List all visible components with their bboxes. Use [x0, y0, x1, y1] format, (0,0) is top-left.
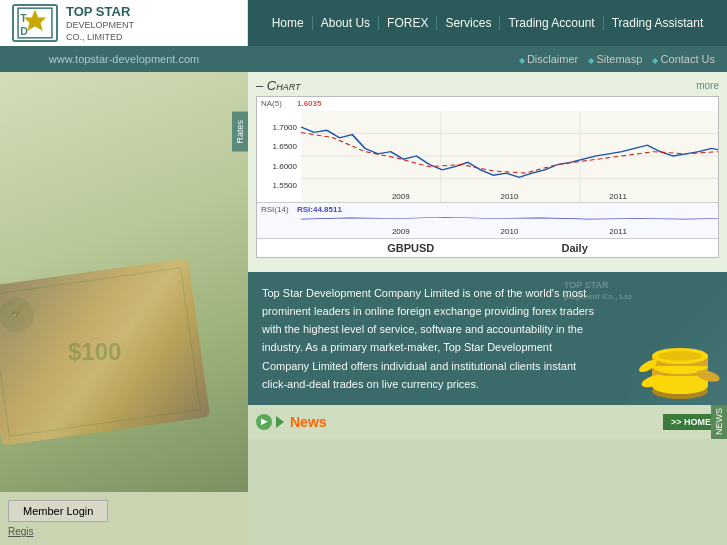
logo-subtitle1: DEVELOPMENT: [66, 20, 134, 32]
svg-text:D: D: [20, 25, 28, 37]
news-content-area: [248, 439, 727, 545]
logo-area: T D TOP STAR DEVELOPMENT CO., LIMITED: [0, 0, 248, 46]
chart-period: Daily: [561, 242, 587, 254]
left-sidebar: $100 🦅 Rates Member Login Regis: [0, 72, 248, 545]
x-val-1: 2009: [392, 192, 410, 201]
rsi-x-3: 2011: [609, 227, 627, 236]
chart-section: – Chart more NA(5) 1.6035 1.7000 1.6500 …: [248, 72, 727, 272]
nav-bar: Home About Us FOREX Services Trading Acc…: [248, 0, 727, 46]
logo-title: TOP STAR: [66, 4, 134, 20]
y-val-3: 1.6000: [257, 162, 301, 171]
nav-trading-assistant[interactable]: Trading Assistant: [604, 16, 712, 30]
chart-svg: [301, 111, 718, 202]
chart-more[interactable]: more: [696, 80, 719, 91]
chart-na-label: NA(5): [261, 99, 282, 108]
y-val-1: 1.7000: [257, 123, 301, 132]
chart-title: – Chart: [256, 78, 301, 93]
y-val-2: 1.6500: [257, 142, 301, 151]
logo-subtitle2: CO., LIMITED: [66, 32, 134, 42]
chart-container: NA(5) 1.6035 1.7000 1.6500 1.6000 1.5500: [256, 96, 719, 258]
sidebar-bottom: Member Login Regis: [0, 492, 248, 545]
nav-about[interactable]: About Us: [313, 16, 379, 30]
rsi-x-1: 2009: [392, 227, 410, 236]
chart-pair: GBPUSD: [387, 242, 434, 254]
sub-header: www.topstar-development.com ◆ Disclaimer…: [0, 46, 727, 72]
rsi-svg: [301, 213, 718, 224]
laptop-decoration: [627, 272, 727, 405]
nav-services[interactable]: Services: [437, 16, 500, 30]
chart-na-value: 1.6035: [297, 99, 321, 108]
news-arrow-icon: ▶: [256, 414, 272, 430]
description-section: TOP STAR plopment Co., Lto Top Star Deve…: [248, 272, 727, 405]
main-content: $100 🦅 Rates Member Login Regis – Chart …: [0, 72, 727, 545]
sitemap-link[interactable]: ◆ Sitemasp: [588, 53, 642, 65]
site-url: www.topstar-development.com: [49, 53, 199, 65]
logo-text: TOP STAR DEVELOPMENT CO., LIMITED: [66, 4, 134, 41]
contact-link[interactable]: ◆ Contact Us: [652, 53, 715, 65]
news-label: News: [290, 414, 327, 430]
nav-forex[interactable]: FOREX: [379, 16, 437, 30]
nav-trading-account[interactable]: Trading Account: [500, 16, 603, 30]
logo-icon: T D: [12, 4, 58, 42]
rates-tab[interactable]: Rates: [232, 112, 248, 152]
money-decoration: $100 🦅: [0, 258, 210, 446]
register-link[interactable]: Regis: [8, 526, 34, 537]
disclaimer-link[interactable]: ◆ Disclaimer: [519, 53, 579, 65]
desc-logo-watermark: TOP STAR plopment Co., Lto: [564, 280, 632, 302]
news-tab[interactable]: NEWS: [711, 405, 727, 439]
news-section: ▶ News >> HOME NEWS: [248, 405, 727, 439]
nav-home[interactable]: Home: [264, 16, 313, 30]
rsi-x-2: 2010: [501, 227, 519, 236]
member-login-button[interactable]: Member Login: [8, 500, 108, 522]
y-val-4: 1.5500: [257, 181, 301, 190]
rsi-label: RSI(14): [261, 205, 289, 214]
x-val-3: 2011: [609, 192, 627, 201]
news-arrow-right: [276, 416, 284, 428]
description-text: Top Star Development Company Limited is …: [262, 284, 597, 393]
x-val-2: 2010: [501, 192, 519, 201]
logo-svg: T D: [17, 7, 53, 39]
right-content: – Chart more NA(5) 1.6035 1.7000 1.6500 …: [248, 72, 727, 545]
